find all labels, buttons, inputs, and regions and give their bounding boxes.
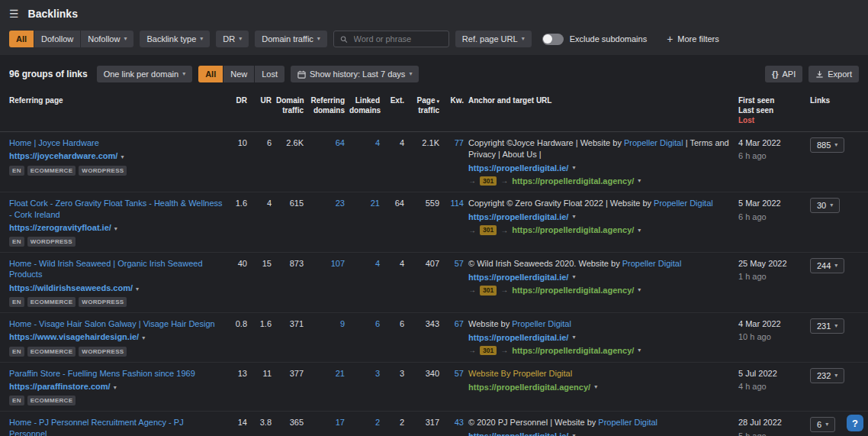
- links-count-dropdown[interactable]: 231 ▾: [810, 318, 844, 334]
- referring-page-url-link[interactable]: https://wildirishseaweeds.com/: [9, 283, 133, 293]
- target-url-link[interactable]: https://propellerdigital.agency/: [512, 345, 634, 356]
- column-header-ext[interactable]: Ext.: [384, 95, 404, 105]
- column-header-page-traffic[interactable]: Page▾ traffic: [409, 95, 439, 115]
- exclude-subdomains-toggle[interactable]: [542, 34, 564, 45]
- filter-dofollow-button[interactable]: Dofollow: [34, 31, 80, 47]
- referring-page-url-link[interactable]: https://joycehardware.com/: [9, 150, 117, 161]
- anchor-text[interactable]: Propeller Digital: [512, 319, 571, 328]
- target-url-link[interactable]: https://propellerdigital.agency/: [512, 176, 634, 186]
- target-url-link[interactable]: https://propellerdigital.agency/: [512, 224, 634, 235]
- link-mode-dropdown[interactable]: One link per domain▾: [97, 66, 192, 82]
- links-count-dropdown[interactable]: 6 ▾: [810, 417, 835, 432]
- target-url-link[interactable]: https://propellerdigital.ie/: [468, 212, 568, 222]
- chevron-down-icon[interactable]: ▾: [142, 335, 145, 341]
- links-count-dropdown[interactable]: 232 ▾: [810, 368, 844, 383]
- anchor-text[interactable]: Propeller Digital: [654, 199, 713, 208]
- backlink-type-dropdown[interactable]: Backlink type▾: [140, 31, 210, 47]
- chevron-down-icon[interactable]: ▾: [136, 286, 139, 292]
- filter-all-button[interactable]: All: [9, 31, 34, 47]
- chevron-down-icon[interactable]: ▾: [572, 165, 575, 171]
- referring-page-url-link[interactable]: https://www.visagehairdesign.ie/: [9, 331, 139, 342]
- column-header-kw[interactable]: Kw.: [444, 95, 464, 105]
- column-header-referring-domains[interactable]: Referring domains: [308, 95, 345, 115]
- linked-domains-link[interactable]: 4: [349, 137, 380, 148]
- tab-lost[interactable]: Lost: [255, 66, 285, 82]
- referring-page-title-link[interactable]: Home - Visage Hair Salon Galway | Visage…: [9, 318, 223, 329]
- hamburger-menu-icon[interactable]: ☰: [9, 8, 19, 19]
- referring-domains-link[interactable]: 23: [308, 198, 345, 208]
- tab-new[interactable]: New: [223, 66, 254, 82]
- linked-domains-link[interactable]: 4: [349, 258, 380, 269]
- chevron-down-icon[interactable]: ▾: [114, 226, 117, 232]
- referring-domains-link[interactable]: 17: [308, 417, 345, 428]
- keywords-link[interactable]: 77: [444, 137, 464, 148]
- referring-page-url-link[interactable]: https://zerogravityfloat.ie/: [9, 222, 111, 233]
- anchor-text: Copyright ©Joyce Hardware | Website by: [468, 138, 624, 147]
- referring-domains-link[interactable]: 9: [308, 318, 345, 329]
- chevron-down-icon[interactable]: ▾: [638, 287, 641, 293]
- ur-value: 1.6: [252, 318, 272, 329]
- referring-domains-link[interactable]: 64: [308, 137, 345, 148]
- referring-page-title-link[interactable]: Home - Wild Irish Seaweed | Organic Iris…: [9, 258, 223, 280]
- tab-all[interactable]: All: [198, 66, 223, 82]
- chevron-down-icon[interactable]: ▾: [594, 384, 597, 390]
- referring-page-title-link[interactable]: Home | Joyce Hardware: [9, 137, 223, 148]
- tag-list: ENECOMMERCEWORDPRESS: [9, 166, 223, 176]
- referring-domains-link[interactable]: 107: [308, 258, 345, 269]
- linked-domains-link[interactable]: 21: [349, 198, 380, 208]
- keywords-link[interactable]: 43: [444, 417, 464, 428]
- chevron-down-icon[interactable]: ▾: [572, 334, 575, 341]
- anchor-text: Copyright © Zero Gravity Float 2022 | We…: [468, 199, 654, 208]
- keywords-link[interactable]: 114: [444, 198, 464, 208]
- column-header-first-seen[interactable]: First seen Last seen Lost: [738, 95, 805, 125]
- ur-value: 11: [252, 368, 272, 379]
- links-count-dropdown[interactable]: 244 ▾: [810, 258, 844, 273]
- referring-page-title-link[interactable]: Float Cork - Zero Gravity Float Tanks - …: [9, 198, 223, 220]
- anchor-text[interactable]: Propeller Digital: [622, 259, 682, 268]
- chevron-down-icon[interactable]: ▾: [572, 274, 575, 280]
- target-url-link[interactable]: https://propellerdigital.ie/: [468, 272, 568, 283]
- keywords-link[interactable]: 57: [444, 258, 464, 269]
- target-url-link[interactable]: https://propellerdigital.agency/: [512, 285, 634, 296]
- more-filters-button[interactable]: + More filters: [662, 33, 724, 45]
- linked-domains-link[interactable]: 3: [349, 368, 380, 379]
- anchor-text[interactable]: Propeller Digital: [598, 418, 657, 427]
- column-header-dr[interactable]: DR: [227, 95, 247, 105]
- column-header-domain-traffic[interactable]: Domain traffic: [276, 95, 304, 115]
- keywords-link[interactable]: 57: [444, 368, 464, 379]
- chevron-down-icon[interactable]: ▾: [638, 347, 641, 354]
- chevron-down-icon[interactable]: ▾: [121, 154, 124, 160]
- api-button[interactable]: {}API: [765, 66, 802, 82]
- linked-domains-link[interactable]: 6: [349, 318, 380, 329]
- target-url-link[interactable]: https://propellerdigital.ie/: [468, 431, 568, 436]
- redirect-arrow-icon: →: [468, 286, 476, 294]
- column-header-referring-page[interactable]: Referring page: [9, 95, 223, 105]
- chevron-down-icon[interactable]: ▾: [572, 433, 575, 436]
- target-url-link[interactable]: https://propellerdigital.ie/: [468, 163, 568, 173]
- domain-traffic-filter-dropdown[interactable]: Domain traffic▾: [255, 31, 327, 47]
- links-count-dropdown[interactable]: 885 ▾: [810, 137, 844, 153]
- referring-page-url-link[interactable]: https://paraffinstore.com/: [9, 381, 111, 392]
- ref-page-url-dropdown[interactable]: Ref. page URL▾: [455, 31, 532, 47]
- show-history-dropdown[interactable]: Show history: Last 7 days▾: [291, 66, 419, 82]
- chevron-down-icon[interactable]: ▾: [638, 178, 641, 184]
- dr-filter-dropdown[interactable]: DR▾: [216, 31, 249, 47]
- target-url-link[interactable]: https://propellerdigital.ie/: [468, 332, 568, 343]
- filter-nofollow-dropdown[interactable]: Nofollow▾: [81, 31, 133, 47]
- chevron-down-icon[interactable]: ▾: [572, 214, 575, 220]
- referring-domains-link[interactable]: 21: [308, 368, 345, 379]
- export-button[interactable]: Export: [809, 66, 859, 82]
- column-header-linked-domains[interactable]: Linked domains: [349, 95, 380, 115]
- column-header-ur[interactable]: UR: [252, 95, 272, 105]
- referring-page-title-link[interactable]: Home - PJ Personnel Recruitment Agency -…: [9, 417, 223, 436]
- anchor-text[interactable]: Propeller Digital: [624, 138, 683, 147]
- links-count-dropdown[interactable]: 30 ▾: [810, 198, 840, 213]
- target-url-link[interactable]: https://propellerdigital.agency/: [468, 382, 590, 392]
- keywords-link[interactable]: 67: [444, 318, 464, 329]
- help-button[interactable]: ?: [847, 415, 863, 431]
- chevron-down-icon[interactable]: ▾: [114, 385, 117, 391]
- chevron-down-icon[interactable]: ▾: [638, 228, 641, 234]
- search-input[interactable]: [352, 34, 442, 44]
- referring-page-title-link[interactable]: Paraffin Store - Fuelling Mens Fashion s…: [9, 368, 223, 379]
- linked-domains-link[interactable]: 2: [349, 417, 380, 428]
